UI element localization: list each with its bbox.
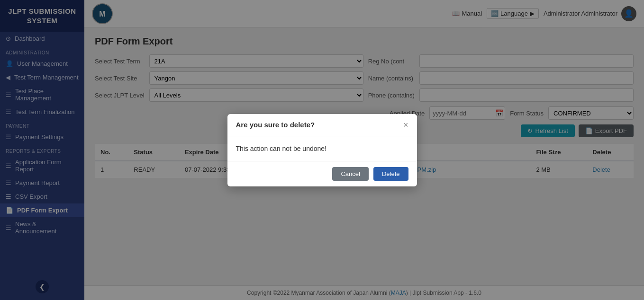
modal-footer: Cancel Delete [227,161,417,186]
modal-overlay: Are you sure to delete? × This action ca… [0,0,644,300]
modal-header: Are you sure to delete? × [227,114,417,136]
modal-body: This action can not be undone! [227,136,417,161]
modal-title: Are you sure to delete? [236,121,315,129]
cancel-button[interactable]: Cancel [332,167,368,181]
modal-close-button[interactable]: × [403,121,408,129]
delete-confirm-button[interactable]: Delete [373,167,408,181]
confirm-delete-modal: Are you sure to delete? × This action ca… [227,114,417,186]
